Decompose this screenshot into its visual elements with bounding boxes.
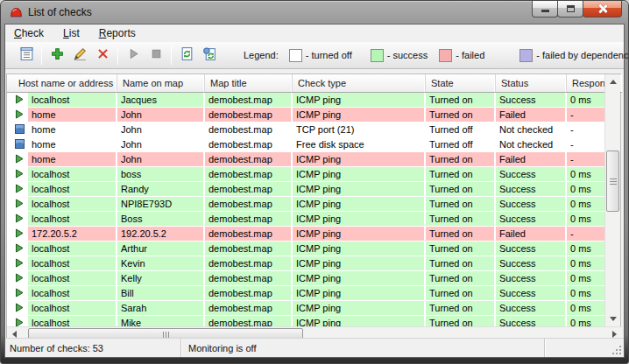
minimize-button[interactable] [532,1,558,18]
checks-table: Host name or address Name on map Map tit… [6,74,621,340]
cell-name-on-map: John [117,137,205,151]
delete-button[interactable] [92,45,113,66]
cell-status: Success [496,256,567,270]
start-button[interactable] [123,45,144,66]
cell-state: Turned on [426,256,496,270]
cell-name-on-map: boss [117,167,205,181]
cell-host: localhost [28,286,117,300]
column-header-check-type[interactable]: Check type [293,74,426,92]
column-header-state[interactable]: State [426,74,496,92]
cell-map-title: demobest.map [205,167,293,181]
table-row[interactable]: home John demobest.map Free disk space T… [7,137,606,152]
arrow-down-icon [610,317,617,321]
column-header-map-title[interactable]: Map title [205,74,293,92]
menu-list[interactable]: List [56,25,87,41]
column-header-host[interactable]: Host name or address [7,74,117,92]
title-bar[interactable]: List of checks [1,1,628,24]
toolbar-separator [117,46,118,65]
cell-status: Success [496,212,567,226]
table-row[interactable]: localhost boss demobest.map ICMP ping Tu… [7,167,606,182]
cell-status: Success [496,182,567,196]
cell-response: 0 ms [567,212,606,226]
cell-map-title: demobest.map [205,301,293,315]
add-button[interactable] [46,45,67,66]
check-rows: localhost Jacques demobest.map ICMP ping… [7,93,606,326]
table-row[interactable]: home John demobest.map ICMP ping Turned … [7,108,606,122]
cell-map-title: demobest.map [205,122,293,136]
cell-map-title: demobest.map [205,286,293,300]
cell-status: Not checked [496,122,567,136]
cell-map-title: demobest.map [205,108,293,122]
table-row[interactable]: localhost NPI8E793D demobest.map ICMP pi… [7,197,606,212]
cell-check-type: ICMP ping [293,212,426,226]
menu-reports[interactable]: Reports [92,25,143,41]
cell-state: Turned on [426,182,496,196]
cell-state: Turned on [426,212,496,226]
cell-name-on-map: Kelly [117,271,205,285]
cell-response: - [567,122,606,136]
vertical-scrollbar[interactable] [604,74,620,326]
menu-check[interactable]: Check [7,25,51,41]
cell-state: Turned on [426,93,496,107]
cell-host: localhost [28,197,117,211]
column-header-status[interactable]: Status [496,74,567,92]
stop-button[interactable] [145,45,166,66]
cell-host: localhost [28,301,117,315]
cell-name-on-map: John [117,152,205,166]
cell-check-type: ICMP ping [293,167,426,181]
table-row[interactable]: localhost Jacques demobest.map ICMP ping… [7,93,606,108]
status-bar: Number of checks: 53 Monitoring is off [5,338,624,357]
maximize-button[interactable] [557,1,583,18]
table-row[interactable]: localhost Kelly demobest.map ICMP ping T… [7,271,606,286]
resize-grip[interactable] [619,353,621,354]
toolbar: Legend: - turned off- success- failed- f… [5,42,624,69]
cell-status: Not checked [496,137,567,151]
status-monitoring: Monitoring is off [181,339,545,357]
cell-host: localhost [28,256,117,270]
cell-check-type: Free disk space [293,137,426,151]
table-row[interactable]: localhost Bill demobest.map ICMP ping Tu… [7,286,606,301]
table-row[interactable]: 172.20.5.2 192.20.5.2 demobest.map ICMP … [7,227,606,242]
table-row[interactable]: localhost Kevin demobest.map ICMP ping T… [7,256,606,271]
cell-state: Turned on [426,286,496,300]
cell-name-on-map: John [117,122,205,136]
cell-response: 0 ms [567,271,606,285]
refresh-button[interactable] [176,45,197,66]
cell-state: Turned on [426,316,496,326]
cell-name-on-map: John [117,108,205,122]
cell-name-on-map: NPI8E793D [117,197,205,211]
table-row[interactable]: localhost Mike demobest.map ICMP ping Tu… [7,316,606,326]
cell-check-type: ICMP ping [293,197,426,211]
vertical-scrollbar-thumb[interactable] [606,150,619,212]
check-running-icon [7,108,28,122]
scroll-down-button[interactable] [605,312,621,326]
cell-check-type: ICMP ping [293,93,426,107]
table-row[interactable]: localhost Arthur demobest.map ICMP ping … [7,242,606,256]
column-header-name[interactable]: Name on map [117,74,205,92]
check-running-icon [7,301,28,315]
check-running-icon [7,286,28,300]
legend-item: - failed by dependency [519,49,629,62]
table-header: Host name or address Name on map Map tit… [7,74,622,93]
cell-status: Success [496,271,567,285]
table-row[interactable]: localhost Sarah demobest.map ICMP ping T… [7,301,606,316]
table-row[interactable]: home John demobest.map TCP port (21) Tur… [7,122,606,137]
table-row[interactable]: localhost Randy demobest.map ICMP ping T… [7,182,606,197]
cell-state: Turned on [426,197,496,211]
check-running-icon [7,167,28,181]
edit-icon [73,46,88,65]
cell-status: Success [496,301,567,315]
cell-response: 0 ms [567,197,606,211]
checks-list-button[interactable] [16,45,37,66]
status-checks-count: Number of checks: 53 [5,339,181,357]
scroll-up-button[interactable] [605,74,621,89]
table-row[interactable]: home John demobest.map ICMP ping Turned … [7,152,606,167]
cell-response: 0 ms [567,286,606,300]
legend-item-label: - failed by dependency [536,50,629,60]
check-stopped-icon [7,122,28,136]
close-button[interactable] [583,1,622,18]
cell-check-type: TCP port (21) [293,122,426,136]
refresh-all-button[interactable] [199,45,220,66]
edit-button[interactable] [69,45,90,66]
table-row[interactable]: localhost Boss demobest.map ICMP ping Tu… [7,212,606,227]
